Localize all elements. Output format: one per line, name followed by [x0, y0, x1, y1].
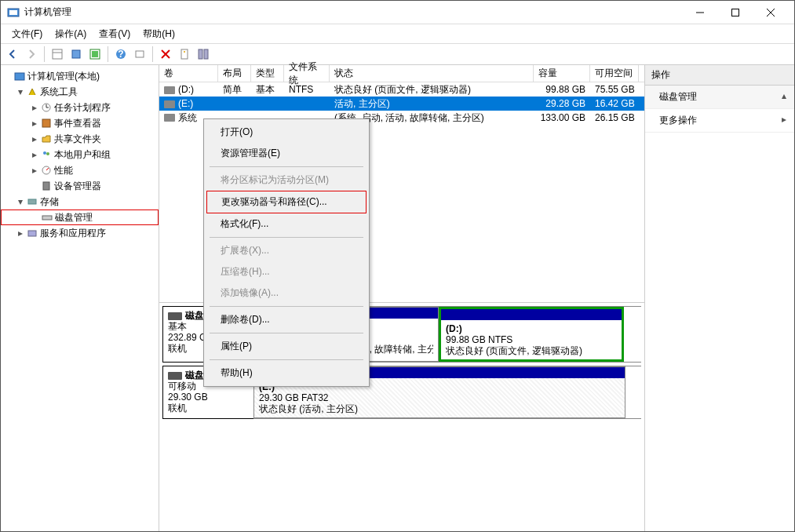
menu-help[interactable]: 帮助(H): [137, 26, 181, 42]
svg-rect-20: [15, 73, 24, 80]
ctx-format[interactable]: 格式化(F)...: [206, 213, 367, 235]
col-layout[interactable]: 布局: [218, 65, 251, 82]
app-icon: [7, 6, 20, 19]
window-title: 计算机管理: [24, 5, 682, 19]
tree-services-apps[interactable]: ▸服务和应用程序: [1, 225, 159, 241]
tree-device-manager[interactable]: 设备管理器: [1, 178, 159, 194]
back-button[interactable]: [4, 46, 21, 63]
delete-button[interactable]: [157, 46, 174, 63]
refresh-button[interactable]: [67, 46, 85, 63]
col-volume[interactable]: 卷: [159, 65, 218, 82]
svg-point-17: [184, 51, 185, 53]
menubar: 文件(F) 操作(A) 查看(V) 帮助(H): [1, 24, 794, 43]
ctx-delete-volume[interactable]: 删除卷(D)...: [206, 309, 367, 330]
collapse-icon: ▴: [782, 90, 786, 104]
titlebar: 计算机管理: [1, 1, 794, 24]
maximize-button[interactable]: [717, 1, 753, 24]
ctx-extend: 扩展卷(X)...: [206, 240, 367, 261]
ctx-properties[interactable]: 属性(P): [206, 336, 367, 357]
view-button-2[interactable]: [86, 46, 104, 63]
tree-root[interactable]: 计算机管理(本地): [1, 68, 159, 84]
svg-rect-8: [72, 50, 80, 58]
forward-button[interactable]: [23, 46, 40, 63]
svg-rect-13: [136, 51, 144, 57]
actions-pane: 操作 磁盘管理▴ 更多操作▸: [645, 65, 794, 531]
tree-task-scheduler[interactable]: ▸任务计划程序: [1, 100, 159, 115]
actions-section[interactable]: 磁盘管理▴: [645, 86, 794, 109]
nav-tree: 计算机管理(本地) ▾系统工具 ▸任务计划程序 ▸事件查看器 ▸共享文件夹 ▸本…: [1, 65, 159, 531]
partition-d[interactable]: (D:) 99.88 GB NTFS 状态良好 (页面文件, 逻辑驱动器): [439, 307, 624, 362]
tree-storage[interactable]: ▾存储: [1, 194, 159, 210]
svg-point-26: [46, 152, 49, 155]
ctx-change-drive-letter[interactable]: 更改驱动器号和路径(C)...: [206, 191, 367, 213]
disk-icon: [168, 312, 182, 320]
svg-rect-3: [731, 9, 738, 16]
svg-line-28: [46, 168, 49, 170]
properties-button[interactable]: [176, 46, 193, 63]
svg-rect-16: [181, 49, 188, 59]
ctx-mirror: 添加镜像(A)...: [206, 282, 367, 304]
layout-button[interactable]: [195, 46, 212, 63]
view-button-1[interactable]: [49, 46, 66, 63]
col-type[interactable]: 类型: [251, 65, 284, 82]
actions-header: 操作: [645, 65, 794, 86]
tree-local-users[interactable]: ▸本地用户和组: [1, 147, 159, 162]
svg-rect-6: [53, 49, 62, 59]
svg-rect-24: [42, 119, 50, 127]
col-fs[interactable]: 文件系统: [284, 65, 330, 82]
svg-rect-18: [199, 49, 202, 59]
tree-shared-folders[interactable]: ▸共享文件夹: [1, 131, 159, 147]
volume-headers: 卷 布局 类型 文件系统 状态 容量 可用空间: [159, 65, 644, 82]
col-free[interactable]: 可用空间: [590, 65, 639, 82]
col-status[interactable]: 状态: [330, 65, 534, 82]
close-button[interactable]: [753, 1, 788, 24]
minimize-button[interactable]: [682, 1, 717, 24]
ctx-open[interactable]: 打开(O): [206, 122, 367, 143]
volume-row-selected[interactable]: (E:) 活动, 主分区) 29.28 GB 16.42 GB: [159, 97, 644, 111]
ctx-help[interactable]: 帮助(H): [206, 363, 367, 384]
svg-rect-10: [92, 51, 98, 57]
menu-view[interactable]: 查看(V): [93, 26, 137, 42]
col-capacity[interactable]: 容量: [534, 65, 590, 82]
svg-point-25: [43, 151, 46, 155]
svg-rect-31: [42, 216, 52, 220]
ctx-shrink: 压缩卷(H)...: [206, 261, 367, 282]
svg-rect-1: [9, 10, 17, 15]
actions-more[interactable]: 更多操作▸: [645, 109, 794, 133]
svg-rect-19: [204, 49, 208, 59]
menu-action[interactable]: 操作(A): [49, 26, 93, 42]
volume-row[interactable]: (D:) 简单 基本 NTFS 状态良好 (页面文件, 逻辑驱动器) 99.88…: [159, 82, 644, 97]
ctx-mark-active: 将分区标记为活动分区(M): [206, 169, 367, 191]
help-button[interactable]: ?: [112, 46, 129, 63]
svg-rect-32: [28, 231, 36, 236]
disk-icon: [168, 372, 182, 380]
settings-button[interactable]: [131, 46, 148, 63]
tree-disk-management[interactable]: 磁盘管理: [1, 210, 159, 225]
svg-rect-30: [28, 199, 36, 204]
menu-file[interactable]: 文件(F): [5, 26, 49, 42]
toolbar: ?: [1, 43, 794, 65]
tree-system-tools[interactable]: ▾系统工具: [1, 84, 159, 100]
tree-performance[interactable]: ▸性能: [1, 162, 159, 178]
svg-rect-29: [43, 182, 49, 190]
context-menu: 打开(O) 资源管理器(E) 将分区标记为活动分区(M) 更改驱动器号和路径(C…: [203, 118, 370, 387]
tree-event-viewer[interactable]: ▸事件查看器: [1, 115, 159, 131]
svg-text:?: ?: [118, 49, 123, 60]
chevron-right-icon: ▸: [782, 114, 786, 127]
ctx-explorer[interactable]: 资源管理器(E): [206, 143, 367, 164]
